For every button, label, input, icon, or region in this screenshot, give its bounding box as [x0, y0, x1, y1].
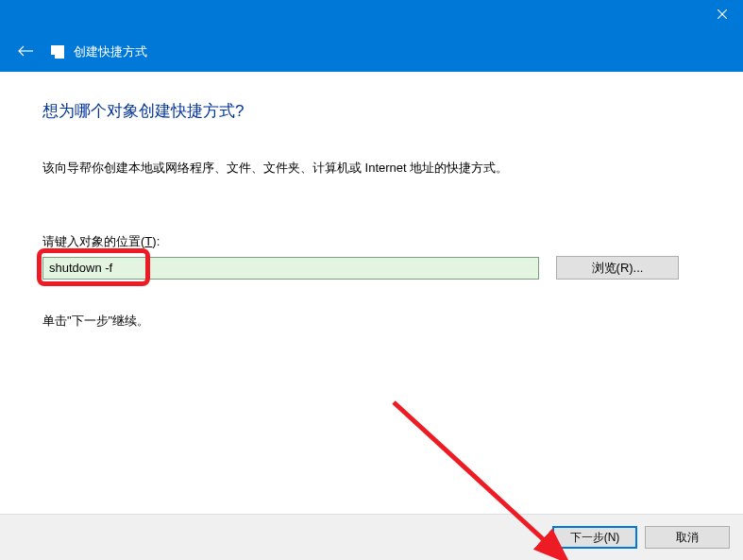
content-area: 想为哪个对象创建快捷方式? 该向导帮你创建本地或网络程序、文件、文件夹、计算机或…	[0, 72, 743, 514]
input-row: 浏览(R)...	[42, 256, 701, 280]
titlebar: 创建快捷方式	[0, 0, 743, 72]
wizard-title: 创建快捷方式	[74, 43, 147, 60]
next-button[interactable]: 下一步(N)	[552, 526, 637, 549]
back-arrow-icon[interactable]	[17, 43, 34, 60]
location-input[interactable]	[42, 257, 539, 280]
close-icon	[718, 9, 727, 19]
browse-button[interactable]: 浏览(R)...	[556, 256, 679, 280]
close-button[interactable]	[701, 0, 743, 28]
input-wrapper	[42, 257, 539, 280]
description-text: 该向导帮你创建本地或网络程序、文件、文件夹、计算机或 Internet 地址的快…	[42, 160, 701, 177]
arrow-left-icon	[17, 45, 34, 57]
cancel-button[interactable]: 取消	[645, 526, 730, 549]
location-field-label: 请键入对象的位置(T):	[42, 233, 701, 250]
page-heading: 想为哪个对象创建快捷方式?	[42, 100, 701, 122]
footer-button-bar: 下一步(N) 取消	[0, 514, 743, 560]
shortcut-wizard-icon	[51, 45, 64, 59]
continue-instruction: 单击"下一步"继续。	[42, 313, 701, 330]
